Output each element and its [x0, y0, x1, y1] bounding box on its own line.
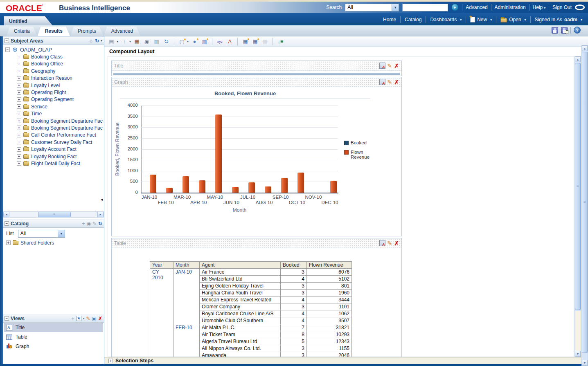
chevron-down-icon[interactable]: ▾: [83, 317, 85, 320]
expand-icon[interactable]: +: [17, 104, 21, 109]
search-go-button[interactable]: ▸: [451, 4, 459, 11]
tab-prompts[interactable]: Prompts: [70, 27, 104, 36]
search-input[interactable]: [402, 4, 448, 11]
new-menu[interactable]: New▾: [470, 17, 492, 22]
tab-results[interactable]: Results: [38, 27, 70, 36]
edit-view-icon[interactable]: ✎: [387, 240, 392, 247]
tree-item[interactable]: +Booking Class: [3, 53, 104, 60]
sidebar-collapse-icon[interactable]: ◂: [101, 197, 103, 202]
views-item-table[interactable]: Table: [4, 332, 103, 341]
new-view-icon[interactable]: ★: [76, 316, 81, 321]
edit-view-icon[interactable]: ✎: [86, 316, 90, 321]
collapse-icon[interactable]: −: [5, 316, 9, 321]
signed-in-as-menu[interactable]: Signed In Asoadm▾: [535, 17, 582, 22]
export-icon[interactable]: ↑: [120, 38, 128, 45]
save-as-icon[interactable]: I: [561, 27, 568, 34]
tree-item[interactable]: +Time: [3, 110, 104, 117]
scrollbar-thumb[interactable]: [575, 63, 581, 310]
scrollbar-track[interactable]: ≡: [9, 212, 97, 217]
edit-icon[interactable]: ✎: [92, 221, 97, 226]
gear-icon[interactable]: ☼: [89, 38, 93, 43]
tree-item[interactable]: +Interaction Reason: [3, 75, 104, 82]
refresh-icon[interactable]: ↻: [95, 38, 99, 43]
expand-icon[interactable]: +: [17, 119, 21, 123]
home-link[interactable]: Home: [383, 17, 396, 22]
tree-item[interactable]: +Booking Segment Departure Fac: [3, 117, 104, 124]
chevron-down-icon[interactable]: ▾: [187, 40, 189, 43]
help-icon[interactable]: ?: [574, 27, 581, 34]
tree-item[interactable]: +Loyalty Account Fact: [3, 146, 104, 153]
table-view-header[interactable]: Table ✎ ✗: [112, 238, 401, 248]
document-tab-untitled[interactable]: Untitled: [4, 16, 52, 25]
subject-areas-hscrollbar[interactable]: ◂ ≡ ▸: [3, 211, 104, 218]
scroll-up-icon[interactable]: ▴: [575, 56, 581, 62]
expand-icon[interactable]: +: [17, 161, 21, 166]
preview-icon[interactable]: ◉: [86, 221, 90, 226]
duplicate-view-icon[interactable]: ▣: [92, 316, 97, 321]
scrollbar-track[interactable]: [575, 311, 581, 351]
scrollbar-thumb[interactable]: [582, 52, 588, 353]
advanced-link[interactable]: Advanced: [466, 4, 487, 10]
views-item-graph[interactable]: Graph: [4, 342, 103, 351]
tab-advanced[interactable]: Advanced: [104, 27, 140, 36]
remove-view-icon[interactable]: ✗: [98, 316, 102, 321]
tree-item-shared-folders[interactable]: + Shared Folders: [3, 239, 104, 246]
administration-link[interactable]: Administration: [495, 4, 526, 10]
edit-view-icon[interactable]: ✎: [387, 63, 392, 69]
dashboards-menu[interactable]: Dashboards▾: [430, 17, 462, 22]
selection-steps-bar[interactable]: + Selection Steps: [104, 357, 581, 364]
add-view-to-layout-icon[interactable]: +: [72, 316, 74, 321]
chevron-down-icon[interactable]: ▾: [392, 4, 399, 11]
preview-icon[interactable]: ◉: [143, 38, 151, 45]
views-item-title[interactable]: ATitle: [4, 323, 103, 332]
scroll-down-icon[interactable]: ▾: [582, 360, 588, 366]
print-options-icon[interactable]: ▥: [153, 38, 160, 45]
chevron-down-icon[interactable]: ▾: [117, 40, 118, 43]
new-view-icon[interactable]: ▢★: [178, 38, 186, 45]
page-scrollbar[interactable]: ▴ ▾: [581, 45, 588, 366]
collapse-icon[interactable]: −: [5, 221, 9, 226]
analysis-properties-icon[interactable]: xyz: [216, 38, 224, 45]
scroll-left-icon[interactable]: ◂: [3, 212, 9, 217]
scrollbar-thumb[interactable]: ≡: [38, 212, 71, 217]
format-container-icon[interactable]: [379, 240, 385, 246]
tree-item[interactable]: +Call Center Performance Fact: [3, 132, 104, 139]
expand-icon[interactable]: +: [17, 140, 21, 144]
title-view-header[interactable]: Title ✎ ✗: [112, 61, 401, 71]
expand-icon[interactable]: +: [17, 83, 21, 88]
column-header[interactable]: Flown Revenue: [307, 262, 352, 269]
tree-item-root[interactable]: − OADM_OLAP: [3, 46, 104, 53]
tree-item[interactable]: +Flight Detail Daily Fact: [3, 160, 104, 167]
open-menu[interactable]: Open▾: [500, 17, 526, 22]
tree-item[interactable]: +Serivce: [3, 103, 104, 110]
new-prompt-icon[interactable]: ▦★: [251, 38, 259, 45]
tree-item[interactable]: +Operating Flight: [3, 89, 104, 96]
expand-icon[interactable]: +: [17, 62, 21, 66]
column-header[interactable]: Booked: [281, 262, 307, 269]
tree-item[interactable]: +Booking Segment Departure Fac: [3, 124, 104, 131]
tree-item[interactable]: +Loyalty Level: [3, 82, 104, 89]
help-menu[interactable]: Help▾: [533, 4, 546, 10]
chevron-down-icon[interactable]: ▾: [58, 230, 65, 237]
tab-criteria[interactable]: Criteria: [7, 27, 37, 36]
scroll-right-icon[interactable]: ▸: [97, 212, 104, 217]
format-container-icon[interactable]: [379, 63, 385, 69]
remove-view-icon[interactable]: ✗: [394, 240, 399, 247]
table-row[interactable]: FEB-10Air Malta P.L.C.731821: [150, 324, 352, 331]
tree-item[interactable]: +Operating Segment: [3, 96, 104, 103]
expand-icon[interactable]: +: [17, 90, 21, 95]
new-group-icon[interactable]: ●★: [191, 38, 198, 45]
expand-icon[interactable]: +: [108, 359, 113, 363]
refresh-icon[interactable]: ↻: [162, 38, 170, 45]
tree-item[interactable]: +Geography: [3, 67, 104, 74]
format-container-icon[interactable]: [379, 79, 385, 85]
import-formatting-icon[interactable]: A: [226, 38, 234, 45]
chevron-down-icon[interactable]: ▾: [101, 39, 102, 43]
expand-icon[interactable]: +: [17, 55, 21, 59]
expand-icon[interactable]: +: [6, 240, 11, 245]
expand-icon[interactable]: +: [17, 133, 21, 137]
graph-view-header[interactable]: Graph ✎ ✗: [112, 77, 401, 87]
print-icon[interactable]: ▤: [108, 38, 115, 45]
column-header[interactable]: Year: [150, 262, 173, 269]
expand-icon[interactable]: +: [17, 97, 21, 102]
